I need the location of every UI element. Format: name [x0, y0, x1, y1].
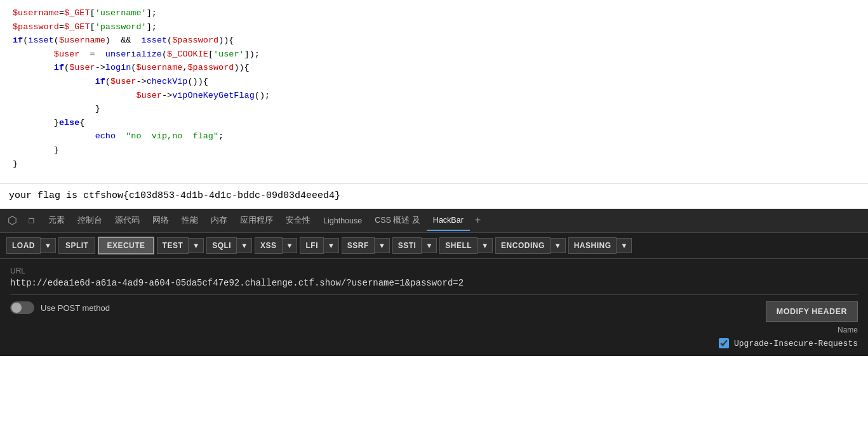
xss-button[interactable]: XSS [255, 237, 283, 254]
sqli-dropdown: SQLI ▼ [206, 237, 252, 254]
encoding-button[interactable]: ENCODING [495, 237, 551, 254]
ssrf-dropdown: SSRF ▼ [342, 237, 390, 254]
header-name-value: Upgrade-Insecure-Requests [734, 339, 858, 348]
tab-css-overview[interactable]: CSS 概述 及 [368, 210, 427, 231]
tab-application[interactable]: 应用程序 [234, 210, 279, 231]
ssti-dropdown: SSTI ▼ [392, 237, 437, 254]
load-arrow[interactable]: ▼ [41, 238, 56, 253]
encoding-arrow[interactable]: ▼ [551, 238, 566, 253]
hashing-button[interactable]: HASHING [568, 237, 617, 254]
test-button[interactable]: TEST [157, 237, 189, 254]
tab-network[interactable]: 网络 [146, 210, 175, 231]
header-name-label: Name [838, 326, 858, 334]
tab-add[interactable]: + [470, 213, 486, 229]
header-right-panel: MODIFY HEADER Name Upgrade-Insecure-Requ… [719, 301, 858, 348]
tab-lighthouse[interactable]: Lighthouse [317, 211, 368, 230]
devtools-icon-1[interactable]: ⬡ [4, 211, 21, 230]
flag-text: your flag is ctfshow{c103d853-4d1b-4d1c-… [9, 190, 340, 201]
load-dropdown: LOAD ▼ [6, 237, 56, 254]
shell-dropdown: SHELL ▼ [439, 237, 493, 254]
hackbar-body: URL http://edea1e6d-a61a-4ad9-a604-05da5… [0, 259, 868, 356]
tab-elements[interactable]: 元素 [42, 210, 71, 231]
lfi-dropdown: LFI ▼ [300, 237, 338, 254]
load-button[interactable]: LOAD [6, 237, 41, 254]
upgrade-insecure-checkbox[interactable] [719, 338, 729, 348]
divider [10, 294, 858, 295]
ssrf-button[interactable]: SSRF [342, 237, 375, 254]
url-value: http://edea1e6d-a61a-4ad9-a604-05da5cf47… [10, 278, 858, 288]
tab-console[interactable]: 控制台 [71, 210, 109, 231]
tab-sources[interactable]: 源代码 [109, 210, 146, 231]
ssrf-arrow[interactable]: ▼ [375, 238, 390, 253]
hashing-dropdown: HASHING ▼ [568, 237, 632, 254]
modify-header-button[interactable]: MODIFY HEADER [766, 301, 858, 322]
hashing-arrow[interactable]: ▼ [617, 238, 632, 253]
shell-arrow[interactable]: ▼ [477, 238, 493, 253]
header-checkbox-row: Upgrade-Insecure-Requests [719, 338, 858, 348]
split-button[interactable]: SPLIT [58, 237, 96, 254]
sqli-button[interactable]: SQLI [206, 237, 237, 254]
hackbar-toolbar: LOAD ▼ SPLIT EXECUTE TEST ▼ SQLI ▼ XSS ▼… [0, 233, 868, 259]
tab-performance[interactable]: 性能 [175, 210, 204, 231]
options-row: Use POST method MODIFY HEADER Name Upgra… [10, 301, 858, 348]
devtools-tabbar: ⬡ ❐ 元素 控制台 源代码 网络 性能 内存 应用程序 安全性 Lightho… [0, 209, 868, 233]
shell-button[interactable]: SHELL [439, 237, 477, 254]
post-method-row: Use POST method [10, 301, 110, 314]
lfi-arrow[interactable]: ▼ [324, 238, 339, 253]
xss-dropdown: XSS ▼ [255, 237, 297, 254]
tab-hackbar[interactable]: HackBar [427, 211, 470, 231]
test-arrow[interactable]: ▼ [189, 238, 204, 253]
flag-line: your flag is ctfshow{c103d853-4d1b-4d1c-… [0, 183, 868, 209]
tab-memory[interactable]: 内存 [204, 210, 234, 231]
lfi-button[interactable]: LFI [300, 237, 324, 254]
encoding-dropdown: ENCODING ▼ [495, 237, 566, 254]
ssti-arrow[interactable]: ▼ [422, 238, 437, 253]
ssti-button[interactable]: SSTI [392, 237, 422, 254]
tab-security[interactable]: 安全性 [279, 210, 317, 231]
devtools-icon-2[interactable]: ❐ [25, 212, 38, 229]
post-method-label: Use POST method [41, 303, 110, 313]
execute-button[interactable]: EXECUTE [98, 237, 154, 254]
code-area: $username=$_GET['username'];$password=$_… [0, 0, 868, 183]
sqli-arrow[interactable]: ▼ [237, 238, 252, 253]
test-dropdown: TEST ▼ [157, 237, 204, 254]
url-label: URL [10, 266, 858, 275]
post-method-toggle[interactable] [10, 301, 34, 314]
xss-arrow[interactable]: ▼ [283, 238, 298, 253]
